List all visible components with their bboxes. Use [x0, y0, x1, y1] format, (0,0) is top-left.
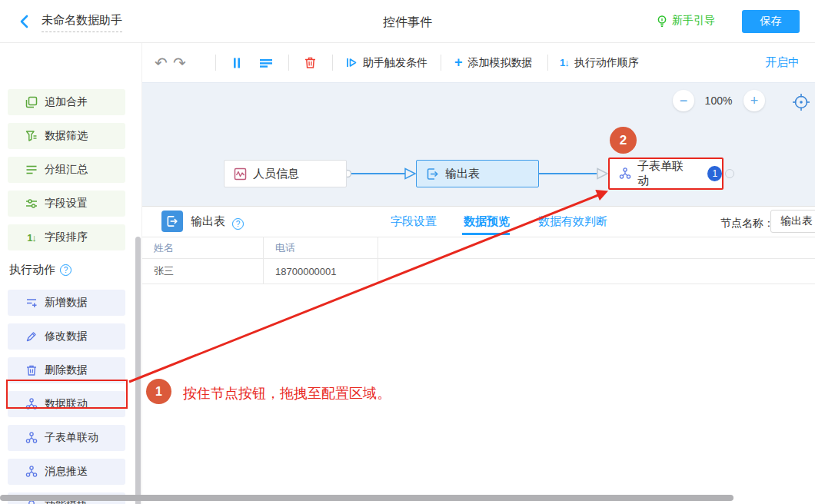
panel-title: 输出表	[191, 214, 225, 229]
annotation-step-2: 2	[610, 127, 637, 154]
align-horizontal-button[interactable]	[259, 43, 273, 82]
save-button[interactable]: 保存	[742, 10, 800, 33]
horizontal-scrollbar[interactable]	[0, 495, 734, 501]
action-order-label: 执行动作顺序	[574, 56, 639, 70]
toolbar-divider	[441, 55, 441, 71]
sidebar-item-label: 消息推送	[45, 465, 88, 479]
form-data-icon	[234, 167, 247, 181]
molecule-icon	[25, 398, 38, 410]
modify-data-icon	[25, 330, 38, 343]
active-tab-underline	[462, 233, 510, 235]
help-icon[interactable]: ?	[60, 264, 72, 276]
annotation-tip: 按住节点按钮，拖拽至配置区域。	[183, 384, 391, 403]
action-order-button[interactable]: 1↓ 执行动作顺序	[560, 43, 639, 82]
annotation-step-1: 1	[146, 379, 171, 404]
align-vertical-icon	[231, 57, 243, 69]
node-name-input[interactable]	[770, 210, 815, 233]
node-subform-linkage[interactable]: 子表单联动 1	[608, 158, 724, 190]
undo-button[interactable]: ↶	[155, 54, 168, 72]
trigger-condition-button[interactable]: 助手触发条件	[346, 43, 427, 82]
node-count-badge: 1	[707, 166, 722, 181]
sort-order-icon: 1↓	[560, 57, 569, 68]
align-horizontal-icon	[259, 57, 273, 69]
sidebar-item-message-push[interactable]: 消息推送	[8, 459, 125, 485]
sidebar-item-subform-linkage[interactable]: 子表单联动	[8, 425, 125, 451]
sidebar-item-data-linkage[interactable]: 数据联动	[8, 391, 125, 417]
sidebar-scrollbar[interactable]	[135, 237, 141, 504]
sidebar-item-label: 数据筛选	[45, 129, 88, 143]
sidebar-item-group-summary[interactable]: 分组汇总	[8, 157, 125, 183]
add-mock-data-label: 添加模拟数据	[468, 56, 533, 70]
topbar: 未命名数据助手 控件事件 新手引导 保存	[0, 0, 815, 43]
trigger-play-icon	[346, 57, 358, 68]
status-badge[interactable]: 开启中	[765, 55, 800, 70]
guide-button[interactable]: 新手引导	[656, 14, 715, 28]
guide-label: 新手引导	[672, 14, 715, 28]
cell-name: 张三	[142, 259, 264, 284]
sidebar-item-label: 字段设置	[45, 197, 88, 211]
node-person-info[interactable]: 人员信息	[224, 160, 347, 187]
node-label: 子表单联动	[637, 159, 690, 188]
add-mock-data-button[interactable]: + 添加模拟数据	[454, 43, 533, 82]
sidebar-item-modify-data[interactable]: 修改数据	[8, 323, 125, 350]
delete-node-button[interactable]	[304, 43, 317, 82]
back-button[interactable]	[17, 13, 34, 30]
toolbar-divider	[332, 55, 333, 71]
filter-icon	[25, 130, 38, 142]
redo-button[interactable]: ↷	[173, 54, 186, 72]
back-chevron-icon	[17, 13, 34, 30]
molecule-icon	[619, 167, 631, 180]
table-header-row: 姓名 电话	[142, 237, 815, 259]
node-label: 人员信息	[253, 167, 299, 181]
table-row[interactable]: 张三 18700000001	[142, 259, 815, 284]
sidebar-item-label: 删除数据	[45, 363, 88, 377]
node-output-table[interactable]: 输出表	[416, 160, 539, 187]
sidebar-item-append-merge[interactable]: 追加合并	[8, 89, 125, 115]
molecule-icon	[25, 466, 38, 478]
node-name-label: 节点名称：	[720, 217, 774, 230]
molecule-icon	[25, 432, 38, 444]
action-section-header: 执行动作 ?	[9, 263, 72, 277]
sidebar-item-add-data[interactable]: 新增数据	[8, 290, 125, 316]
sidebar-item-label: 子表单联动	[45, 431, 98, 445]
app-window: 未命名数据助手 控件事件 新手引导 保存 追加合并 数据筛选	[0, 0, 815, 504]
delete-data-icon	[25, 364, 38, 376]
toolbar-divider	[288, 55, 289, 71]
sidebar-item-label: 追加合并	[45, 95, 88, 109]
page-title: 控件事件	[383, 15, 432, 31]
sidebar-item-label: 数据联动	[45, 397, 88, 411]
append-merge-icon	[25, 96, 38, 108]
tab-data-preview[interactable]: 数据预览	[464, 214, 510, 229]
export-table-icon	[426, 167, 439, 181]
flow-canvas[interactable]: − 100% + 人员信息 输出表 子表单联动 1	[142, 82, 815, 206]
tab-data-validation[interactable]: 数据有效判断	[538, 214, 607, 229]
lightbulb-icon	[656, 15, 668, 28]
toolbar-divider	[547, 55, 548, 71]
sidebar-item-field-sort[interactable]: 1↓ 字段排序	[8, 224, 125, 250]
sidebar-item-label: 分组汇总	[45, 163, 88, 177]
data-preview-table: 姓名 电话 张三 18700000001	[142, 237, 815, 284]
connection-dot	[725, 169, 734, 178]
group-summary-icon	[25, 164, 38, 176]
sidebar-item-label: 字段排序	[45, 230, 88, 244]
column-header-empty	[378, 237, 815, 258]
sidebar-item-label: 修改数据	[45, 330, 88, 343]
output-table-icon	[161, 211, 183, 232]
bottom-panel: 输出表 ? 字段设置 数据预览 数据有效判断 节点名称： 姓名 电话 张三 18…	[142, 206, 815, 504]
tab-field-settings[interactable]: 字段设置	[391, 214, 437, 229]
assistant-title[interactable]: 未命名数据助手	[42, 13, 122, 32]
trash-icon	[304, 56, 317, 69]
cell-empty	[378, 259, 815, 284]
sidebar-item-delete-data[interactable]: 删除数据	[8, 357, 125, 383]
column-header-name: 姓名	[142, 237, 264, 258]
field-sort-icon: 1↓	[25, 231, 38, 244]
trigger-condition-label: 助手触发条件	[363, 56, 427, 70]
sidebar-item-data-filter[interactable]: 数据筛选	[8, 123, 125, 149]
panel-help-button[interactable]: ?	[232, 216, 244, 230]
help-icon: ?	[232, 218, 244, 230]
column-header-phone: 电话	[264, 237, 378, 258]
add-data-icon	[25, 297, 38, 309]
align-vertical-button[interactable]	[231, 43, 243, 82]
sidebar-item-field-settings[interactable]: 字段设置	[8, 191, 125, 217]
canvas-toolbar: ↶ ↷ 助手触发条件 + 添加模拟数据	[142, 43, 815, 82]
